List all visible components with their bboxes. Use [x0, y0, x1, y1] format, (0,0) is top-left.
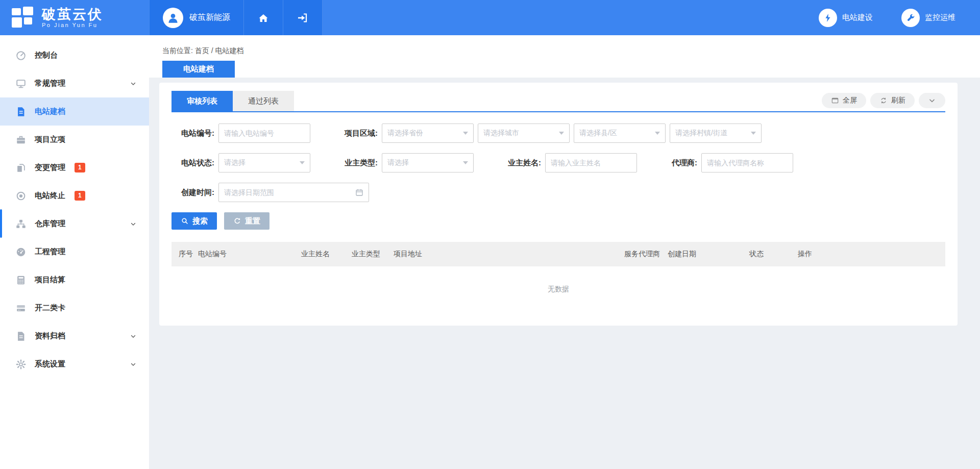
breadcrumb-path[interactable]: 首页 / 电站建档	[195, 46, 244, 55]
station-termination-badge: 1	[75, 191, 85, 200]
home-button[interactable]	[243, 0, 283, 35]
filter-row-3: 创建时间:	[172, 183, 945, 202]
sidebar-item-console[interactable]: 控制台	[0, 41, 149, 69]
briefcase-icon	[15, 134, 27, 145]
logout-button[interactable]	[283, 0, 323, 35]
col-create-date: 创建日期	[668, 250, 749, 259]
station-no-input[interactable]	[218, 124, 310, 143]
date-range-input[interactable]	[218, 183, 369, 202]
chevron-down-icon	[928, 96, 936, 105]
main-content: 当前位置: 首页 / 电站建档 电站建档 审核列表 通过列表 全屏	[149, 35, 980, 469]
user-menu[interactable]: 破茧新能源	[149, 0, 243, 35]
owner-type-label: 业主类型:	[335, 158, 378, 168]
chevron-down-icon	[130, 333, 137, 340]
province-select[interactable]: 请选择省份	[382, 124, 474, 143]
nav-station-build-label: 电站建设	[842, 13, 873, 22]
brand-logo-icon	[11, 6, 35, 30]
date-range-field	[218, 183, 369, 202]
chevron-down-icon	[130, 361, 137, 368]
sidebar-item-engineering-mgmt[interactable]: 工程管理	[0, 238, 149, 266]
sidebar-item-label: 开二类卡	[35, 303, 65, 313]
reset-button[interactable]: 重置	[224, 212, 270, 230]
sidebar: 控制台 常规管理 电站建档 项目立项 变更管	[0, 35, 149, 469]
breadcrumb-bar: 当前位置: 首页 / 电站建档 电站建档	[149, 35, 980, 78]
sitemap-icon	[15, 218, 27, 230]
col-service-agent: 服务代理商	[624, 250, 668, 259]
caret-down-icon	[559, 132, 564, 135]
card-icon	[15, 303, 27, 314]
sidebar-item-general-mgmt[interactable]: 常规管理	[0, 69, 149, 97]
table-header-row: 序号 电站编号 业主姓名 业主类型 项目地址 服务代理商 创建日期 状态 操作	[172, 242, 945, 266]
gear-icon	[15, 359, 27, 370]
sidebar-item-label: 项目立项	[35, 135, 65, 144]
target-icon	[15, 190, 27, 202]
tab-passed-list[interactable]: 通过列表	[233, 91, 294, 111]
panel-header: 审核列表 通过列表 全屏	[172, 91, 945, 111]
refresh-icon	[879, 96, 888, 105]
town-select[interactable]: 请选择村镇/街道	[670, 124, 762, 143]
owner-name-label: 业主姓名:	[498, 158, 541, 168]
sidebar-item-open-class2-card[interactable]: 开二类卡	[0, 294, 149, 322]
chevron-down-icon	[130, 220, 137, 228]
fullscreen-label: 全屏	[843, 96, 857, 105]
brand[interactable]: 破茧云伏 Po Jian Yun Fu	[0, 0, 149, 35]
town-select-value: 请选择村镇/街道	[675, 129, 727, 138]
fullscreen-button[interactable]: 全屏	[822, 93, 866, 108]
nav-station-build[interactable]: 电站建设	[819, 9, 873, 27]
station-status-select[interactable]: 请选择	[218, 153, 310, 172]
page-tab-station-archive[interactable]: 电站建档	[162, 61, 235, 78]
sidebar-item-label: 电站建档	[35, 107, 65, 116]
region-label: 项目区域:	[335, 129, 378, 138]
nav-monitor-ops-label: 监控运维	[925, 13, 955, 22]
sidebar-item-warehouse-mgmt[interactable]: 仓库管理	[0, 210, 149, 238]
sidebar-item-label: 项目结算	[35, 275, 65, 285]
dashboard-icon	[15, 50, 27, 61]
col-actions: 操作	[798, 250, 945, 259]
topbar: 破茧云伏 Po Jian Yun Fu 破茧新能源	[0, 0, 980, 35]
collapse-button[interactable]	[919, 93, 945, 108]
col-owner-type: 业主类型	[352, 250, 394, 259]
chevron-down-icon	[130, 80, 137, 87]
sidebar-item-label: 仓库管理	[35, 219, 65, 229]
agent-input[interactable]	[701, 153, 793, 172]
sidebar-item-project-initiation[interactable]: 项目立项	[0, 126, 149, 154]
copy-icon	[15, 162, 27, 174]
sidebar-item-label: 工程管理	[35, 247, 65, 257]
owner-name-input[interactable]	[545, 153, 637, 172]
search-button[interactable]: 搜索	[172, 212, 217, 230]
city-select-value: 请选择城市	[483, 129, 519, 138]
owner-type-value: 请选择	[387, 158, 409, 167]
owner-type-select[interactable]: 请选择	[382, 153, 474, 172]
sidebar-item-data-archive[interactable]: 资料归档	[0, 322, 149, 350]
reset-icon	[233, 217, 241, 225]
station-status-value: 请选择	[224, 158, 246, 167]
city-select[interactable]: 请选择城市	[478, 124, 570, 143]
sidebar-item-station-archive[interactable]: 电站建档	[0, 97, 149, 126]
district-select[interactable]: 请选择县/区	[574, 124, 666, 143]
filter-row-2: 电站状态: 请选择 业主类型: 请选择 业主姓名: 代理商:	[172, 153, 945, 172]
speedometer-icon	[15, 246, 27, 258]
sidebar-item-change-mgmt[interactable]: 变更管理 1	[0, 154, 149, 182]
col-project-address: 项目地址	[394, 250, 624, 259]
sidebar-item-project-settlement[interactable]: 项目结算	[0, 266, 149, 294]
sidebar-item-label: 变更管理	[35, 163, 65, 172]
sign-in-icon	[297, 12, 309, 24]
action-buttons: 搜索 重置	[172, 212, 945, 230]
sidebar-item-station-termination[interactable]: 电站终止 1	[0, 182, 149, 210]
list-tabs: 审核列表 通过列表	[172, 91, 294, 111]
company-name: 破茧新能源	[189, 12, 230, 23]
brand-subtitle: Po Jian Yun Fu	[42, 22, 103, 28]
nav-monitor-ops[interactable]: 监控运维	[901, 9, 955, 27]
reset-button-label: 重置	[245, 216, 260, 226]
filter-form: 电站编号: 项目区域: 请选择省份 请选择城市 请选择县/区 请选择村镇/街道 …	[172, 112, 945, 202]
main-panel: 审核列表 通过列表 全屏	[159, 83, 958, 326]
sidebar-item-label: 资料归档	[35, 331, 65, 341]
lightning-icon	[819, 9, 837, 27]
topbar-middle: 破茧新能源	[149, 0, 323, 35]
col-status: 状态	[749, 250, 798, 259]
tab-review-list[interactable]: 审核列表	[172, 91, 233, 111]
refresh-button[interactable]: 刷新	[870, 93, 915, 108]
caret-down-icon	[300, 161, 305, 164]
fullscreen-icon	[831, 96, 839, 105]
sidebar-item-system-settings[interactable]: 系统设置	[0, 350, 149, 378]
